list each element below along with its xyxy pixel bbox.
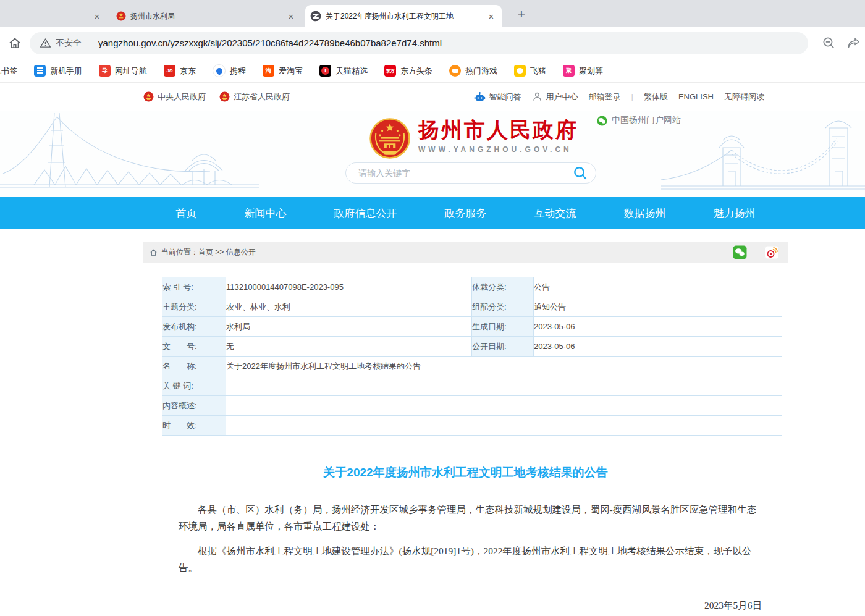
bookmark-juhuasuan[interactable]: 聚聚划算 bbox=[563, 65, 603, 77]
nav-home[interactable]: 首页 bbox=[176, 206, 197, 221]
dongfang-icon: 东方 bbox=[384, 65, 396, 77]
tab-bar: × 扬州市水利局 × 关于2022年度扬州市水利工程文明工地 × + bbox=[0, 0, 865, 27]
article-paragraph: 各县（市、区）水利（务）局，扬州经济开发区城乡事务管理局，生态科技新城规划建设局… bbox=[179, 502, 761, 534]
fliggy-icon bbox=[514, 65, 526, 77]
link-central-gov[interactable]: 中央人民政府 bbox=[143, 91, 206, 103]
bookmark-taobao[interactable]: 淘爱淘宝 bbox=[263, 65, 303, 77]
gov-emblem-favicon bbox=[116, 11, 126, 21]
bookmark-phone-marks[interactable]: 机书签 bbox=[0, 65, 17, 77]
bookmarks-bar: 机书签 新机手册 导网址导航 JD京东 携程 淘爱淘宝 T天猫精选 东方东方头条… bbox=[0, 59, 865, 83]
tab-title: 关于2022年度扬州市水利工程文明工地 bbox=[326, 11, 481, 22]
meta-label: 名 称: bbox=[162, 357, 226, 376]
nav-interaction[interactable]: 互动交流 bbox=[534, 206, 576, 221]
tab-2[interactable]: 扬州市水利局 × bbox=[111, 5, 302, 27]
table-row: 主题分类: 农业、林业、水利 组配分类: 通知公告 bbox=[162, 297, 782, 317]
link-english[interactable]: ENGLISH bbox=[678, 92, 714, 101]
nav-services[interactable]: 政务服务 bbox=[445, 206, 487, 221]
table-row: 时 效: bbox=[162, 416, 782, 436]
bookmark-label: 京东 bbox=[180, 65, 196, 77]
meta-label: 公开日期: bbox=[472, 337, 534, 357]
search-input[interactable] bbox=[357, 167, 573, 179]
portal-text: 中国扬州门户网站 bbox=[612, 115, 681, 126]
meta-value bbox=[226, 416, 782, 436]
link-jiangsu-gov[interactable]: 江苏省人民政府 bbox=[219, 91, 290, 103]
table-row: 发布机构: 水利局 生成日期: 2023-05-06 bbox=[162, 317, 782, 337]
tab-3-active[interactable]: 关于2022年度扬州市水利工程文明工地 × bbox=[305, 5, 502, 27]
site-url: WWW.YANGZHOU.GOV.CN bbox=[418, 145, 578, 154]
bookmark-ctrip[interactable]: 携程 bbox=[213, 64, 246, 77]
link-traditional[interactable]: 繁体版 bbox=[644, 91, 668, 103]
tmall-icon: T bbox=[319, 65, 331, 77]
bookmark-dongfang[interactable]: 东方东方头条 bbox=[384, 65, 432, 77]
browser-window: × 扬州市水利局 × 关于2022年度扬州市水利工程文明工地 × + 不安全 bbox=[0, 0, 865, 616]
nav-data-yangzhou[interactable]: 数据扬州 bbox=[624, 206, 666, 221]
gov-top-bar: 中央人民政府 江苏省人民政府 智能问答 用户中心 邮箱登录 | 繁体版 ENGL… bbox=[0, 83, 865, 111]
address-bar-actions bbox=[822, 36, 861, 50]
security-label: 不安全 bbox=[56, 38, 82, 49]
meta-value: 无 bbox=[226, 337, 472, 357]
national-emblem-logo bbox=[369, 118, 410, 159]
article-title: 关于2022年度扬州市水利工程文明工地考核结果的公告 bbox=[143, 465, 788, 481]
bookmark-label: 网址导航 bbox=[115, 65, 147, 77]
link-user-center[interactable]: 用户中心 bbox=[532, 91, 578, 103]
table-row: 文 号: 无 公开日期: 2023-05-06 bbox=[162, 337, 782, 357]
user-icon bbox=[532, 91, 542, 102]
meta-label: 主题分类: bbox=[162, 297, 226, 317]
share-icon[interactable] bbox=[846, 36, 861, 50]
bookmark-label: 东方头条 bbox=[400, 65, 432, 77]
nav-info-disclosure[interactable]: 政府信息公开 bbox=[334, 206, 397, 221]
portal-label[interactable]: 中国扬州门户网站 bbox=[597, 115, 681, 126]
games-icon bbox=[449, 65, 461, 77]
link-accessibility[interactable]: 无障碍阅读 bbox=[724, 91, 764, 103]
weibo-share-icon[interactable] bbox=[764, 245, 779, 259]
taobao-icon: 淘 bbox=[263, 65, 274, 77]
meta-value: 公告 bbox=[534, 277, 782, 297]
nav-charm-yangzhou[interactable]: 魅力扬州 bbox=[714, 206, 756, 221]
meta-value: 关于2022年度扬州市水利工程文明工地考核结果的公告 bbox=[226, 357, 782, 376]
new-tab-button[interactable]: + bbox=[513, 6, 530, 23]
address-bar: 不安全 yangzhou.gov.cn/yzszxxgk/slj/202305/… bbox=[0, 27, 865, 59]
breadcrumb-home-icon bbox=[150, 248, 158, 256]
nav-news[interactable]: 新闻中心 bbox=[245, 206, 287, 221]
site-name: 扬州市人民政府 bbox=[418, 118, 578, 142]
bookmark-label: 聚划算 bbox=[579, 65, 603, 77]
breadcrumb-text: 当前位置：首页 >> 信息公开 bbox=[161, 247, 256, 258]
jd-icon: JD bbox=[164, 65, 175, 77]
search-box[interactable] bbox=[345, 162, 596, 184]
meta-label: 组配分类: bbox=[472, 297, 534, 317]
tab-close-icon[interactable]: × bbox=[285, 11, 297, 22]
article-date: 2023年5月6日 bbox=[143, 599, 762, 612]
bookmark-games[interactable]: 热门游戏 bbox=[449, 65, 497, 77]
bookmark-url-nav[interactable]: 导网址导航 bbox=[99, 65, 147, 77]
tab-1[interactable]: × bbox=[15, 5, 106, 27]
not-secure-warning-icon[interactable] bbox=[40, 37, 51, 49]
table-row: 名 称: 关于2022年度扬州市水利工程文明工地考核结果的公告 bbox=[162, 357, 782, 376]
site-banner: 扬州市人民政府 WWW.YANGZHOU.GOV.CN 中国扬州门户网站 bbox=[0, 111, 865, 197]
tab-close-icon[interactable]: × bbox=[91, 11, 103, 22]
link-label: 江苏省人民政府 bbox=[234, 91, 290, 103]
bookmark-fliggy[interactable]: 飞猪 bbox=[514, 65, 546, 77]
bookmark-tmall[interactable]: T天猫精选 bbox=[319, 65, 368, 77]
wechat-share-icon[interactable] bbox=[733, 245, 747, 259]
omnibox[interactable]: 不安全 yangzhou.gov.cn/yzszxxgk/slj/202305/… bbox=[30, 32, 808, 54]
site-logo[interactable]: 扬州市人民政府 WWW.YANGZHOU.GOV.CN bbox=[369, 118, 578, 159]
tab-close-icon[interactable]: × bbox=[486, 11, 497, 22]
main-nav: 首页 新闻中心 政府信息公开 政务服务 互动交流 数据扬州 魅力扬州 bbox=[0, 197, 865, 229]
meta-label: 索 引 号: bbox=[162, 277, 226, 297]
zoom-out-icon[interactable] bbox=[822, 36, 836, 50]
breadcrumb: 当前位置：首页 >> 信息公开 bbox=[143, 242, 788, 263]
link-smart-qa[interactable]: 智能问答 bbox=[474, 91, 521, 103]
robot-icon bbox=[474, 91, 486, 103]
search-icon[interactable] bbox=[573, 166, 588, 180]
browser-logo-favicon bbox=[310, 11, 321, 22]
bookmark-manual[interactable]: 新机手册 bbox=[34, 65, 82, 77]
emblem-icon bbox=[143, 91, 154, 102]
url-text[interactable]: yangzhou.gov.cn/yzszxxgk/slj/202305/210c… bbox=[98, 38, 442, 48]
topbar-divider: | bbox=[631, 92, 633, 101]
bookmark-jd[interactable]: JD京东 bbox=[164, 65, 196, 77]
meta-label: 文 号: bbox=[162, 337, 226, 357]
meta-value: 2023-05-06 bbox=[534, 337, 782, 357]
manual-icon bbox=[34, 65, 46, 77]
link-mail-login[interactable]: 邮箱登录 bbox=[589, 91, 621, 103]
home-icon[interactable] bbox=[7, 36, 22, 51]
